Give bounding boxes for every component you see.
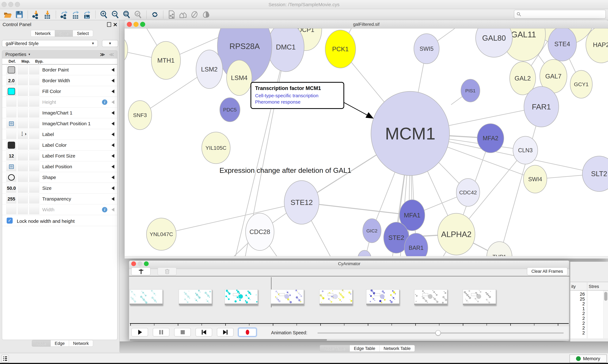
node-alpha2[interactable]: ALPHA2 bbox=[438, 213, 475, 255]
default-value-cell[interactable] bbox=[6, 130, 16, 139]
expand-arrow-icon[interactable] bbox=[111, 132, 114, 136]
node-pck1[interactable]: PCK1 bbox=[325, 30, 356, 68]
bypass-cell[interactable] bbox=[29, 194, 39, 204]
node-ste12[interactable]: STE12 bbox=[284, 181, 319, 224]
pause-button[interactable] bbox=[153, 328, 169, 337]
export-network-icon[interactable] bbox=[59, 10, 69, 19]
node-gcy1[interactable]: GCY1 bbox=[570, 70, 592, 98]
node-far1[interactable]: FAR1 bbox=[524, 87, 559, 127]
zoom-selected-icon[interactable] bbox=[133, 10, 143, 19]
expand-arrow-icon[interactable] bbox=[111, 197, 114, 201]
zoom-out-icon[interactable] bbox=[110, 10, 120, 19]
expand-arrow-icon[interactable] bbox=[111, 111, 114, 115]
mapping-cell[interactable] bbox=[18, 162, 28, 171]
vertical-scrollbar[interactable] bbox=[603, 291, 608, 338]
expand-arrow-icon[interactable] bbox=[111, 68, 114, 72]
node-slt2[interactable]: SLT2 bbox=[582, 156, 608, 192]
default-value-cell[interactable] bbox=[6, 205, 16, 214]
float-window-icon[interactable] bbox=[107, 22, 111, 27]
color-swatch[interactable] bbox=[8, 66, 15, 73]
default-value-cell[interactable]: 12 bbox=[6, 151, 16, 160]
network-window-titlebar[interactable]: galFiltered.sif bbox=[124, 20, 608, 28]
hide-graphics-icon[interactable] bbox=[190, 10, 199, 19]
default-value-cell[interactable] bbox=[6, 119, 16, 128]
frame-thumbnail-6[interactable] bbox=[366, 289, 399, 305]
show-graphics-icon[interactable] bbox=[201, 10, 211, 19]
default-value-cell[interactable] bbox=[6, 87, 16, 96]
property-row-label-position[interactable]: Label Position bbox=[2, 161, 117, 172]
table-cell[interactable]: 2 bbox=[570, 301, 585, 306]
default-value-cell[interactable] bbox=[6, 108, 16, 117]
table-cell[interactable]: 2 bbox=[570, 321, 585, 326]
close-icon[interactable] bbox=[131, 261, 136, 266]
node-snf3[interactable]: SNF3 bbox=[128, 101, 152, 130]
mapping-cell[interactable] bbox=[18, 108, 28, 117]
window-zoom-icon[interactable] bbox=[15, 2, 20, 7]
window-minimize-icon[interactable] bbox=[8, 2, 13, 7]
tab-edge[interactable]: Edge bbox=[51, 340, 69, 347]
save-icon[interactable] bbox=[14, 10, 24, 19]
mapping-cell[interactable] bbox=[18, 173, 28, 182]
zoom-in-icon[interactable] bbox=[99, 10, 109, 19]
tab-select[interactable]: Select bbox=[73, 30, 93, 37]
animation-speed-slider[interactable] bbox=[318, 332, 564, 334]
import-network-icon[interactable] bbox=[31, 10, 41, 19]
expand-arrow-icon[interactable] bbox=[111, 79, 114, 83]
default-value-cell[interactable]: 50.0 bbox=[6, 183, 16, 193]
property-row-label-color[interactable]: Label Color bbox=[2, 140, 117, 151]
node-gic2[interactable]: GIC2 bbox=[363, 219, 381, 243]
node-dmc1[interactable]: DMC1 bbox=[267, 28, 304, 72]
column-header[interactable]: ity bbox=[571, 284, 576, 289]
expand-arrow-icon[interactable] bbox=[111, 90, 114, 93]
node-cln3[interactable]: CLN3 bbox=[513, 136, 538, 164]
edge-ste12-ynl047c[interactable] bbox=[161, 202, 302, 234]
bypass-cell[interactable] bbox=[29, 108, 39, 117]
mapping-cell[interactable] bbox=[18, 194, 28, 204]
mapping-cell[interactable] bbox=[18, 151, 28, 160]
frame-thumbnail-3[interactable] bbox=[225, 289, 258, 305]
mapping-cell[interactable] bbox=[18, 65, 28, 75]
bypass-cell[interactable] bbox=[29, 98, 39, 107]
mapping-cell[interactable]: ⋮› bbox=[18, 130, 28, 139]
search-field[interactable] bbox=[514, 10, 606, 19]
bypass-cell[interactable] bbox=[29, 205, 39, 214]
slider-thumb[interactable] bbox=[435, 330, 441, 336]
export-image-icon[interactable] bbox=[82, 10, 92, 19]
search-input[interactable] bbox=[521, 12, 600, 17]
play-button[interactable] bbox=[131, 328, 148, 337]
frame-thumbnail-4[interactable] bbox=[271, 289, 304, 305]
bypass-cell[interactable] bbox=[29, 87, 39, 96]
default-value-cell[interactable] bbox=[6, 162, 16, 171]
close-icon[interactable]: ✕ bbox=[113, 22, 118, 28]
info-icon[interactable]: i bbox=[102, 99, 107, 105]
node-cdc42[interactable]: CDC42 bbox=[456, 179, 480, 206]
tab-node-table[interactable]: Node Table bbox=[320, 345, 350, 352]
bypass-cell[interactable] bbox=[29, 130, 39, 139]
node-tup1[interactable]: TUP1 bbox=[487, 242, 512, 256]
memory-button[interactable]: Memory bbox=[569, 354, 607, 363]
table-cell[interactable]: 1 bbox=[570, 306, 585, 311]
tab-network[interactable]: Network bbox=[69, 340, 93, 347]
table-cell[interactable]: 2 bbox=[570, 330, 585, 336]
table-cell[interactable]: 2 bbox=[570, 311, 585, 316]
scrollbar-thumb[interactable] bbox=[604, 292, 607, 301]
tab-network[interactable]: Network bbox=[31, 30, 55, 37]
style-options-button[interactable]: ▼ bbox=[102, 40, 118, 47]
table-cell[interactable]: 26 bbox=[570, 292, 585, 297]
expand-arrow-icon[interactable] bbox=[111, 165, 114, 169]
column-header[interactable]: Stres bbox=[589, 284, 599, 289]
node-yil105c[interactable]: YIL105C bbox=[202, 132, 230, 164]
node-lsm2[interactable]: LSM2 bbox=[196, 50, 223, 89]
add-frame-button[interactable] bbox=[131, 267, 151, 275]
node-swi4[interactable]: SWI4 bbox=[524, 165, 547, 193]
expand-arrow-icon[interactable] bbox=[111, 208, 114, 212]
node-mth1[interactable]: MTH1 bbox=[151, 41, 180, 79]
default-value-cell[interactable] bbox=[6, 173, 16, 182]
expand-arrow-icon[interactable] bbox=[111, 122, 114, 126]
skip-to-end-button[interactable] bbox=[217, 328, 234, 337]
zoom-icon[interactable] bbox=[144, 261, 149, 266]
horizontal-scrollbar[interactable] bbox=[124, 256, 608, 259]
bypass-cell[interactable] bbox=[29, 119, 39, 128]
network-document-icon[interactable] bbox=[167, 10, 177, 19]
panel-menu-icon[interactable] bbox=[1, 355, 9, 363]
